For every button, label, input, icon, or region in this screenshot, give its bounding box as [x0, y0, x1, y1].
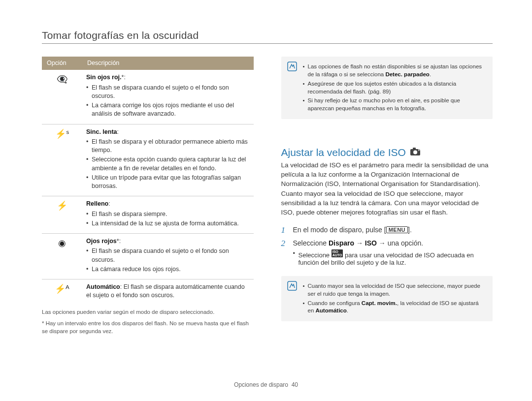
auto-flash-icon: ⚡ᴬ [42, 279, 82, 305]
svg-rect-5 [288, 281, 297, 290]
section-heading: Ajustar la velocidad de ISO P [281, 147, 493, 158]
list-item: Seleccione esta opción cuando quiera cap… [86, 155, 250, 173]
note-box: Las opciones de flash no están disponibl… [281, 57, 493, 119]
note-icon [287, 281, 297, 316]
list-item: Seleccione ISOAUTO para usar una velocid… [293, 249, 493, 266]
option-name: Relleno [86, 200, 108, 207]
option-name: Ojos rojos [86, 238, 117, 245]
list-item: Asegúrese de que los sujetos estén ubica… [303, 80, 486, 96]
step-2: 2 Seleccione Disparo → ISO → una opción.… [281, 239, 493, 267]
list-item: El flash se dispara y el obturador perma… [86, 138, 250, 155]
list-item: El flash se dispara cuando el sujeto o e… [86, 247, 250, 264]
table-row: ◉ Ojos rojos*: El flash se dispara cuand… [42, 234, 254, 279]
iso-auto-icon: ISOAUTO [332, 249, 343, 257]
slow-sync-icon: ⚡ˢ [42, 124, 82, 196]
svg-text:P: P [418, 149, 420, 152]
list-item: El flash se dispara siempre. [86, 210, 250, 218]
option-name: Sin ojos roj. [86, 74, 122, 81]
table-row: ⚡ˢ Sinc. lenta: El flash se dispara y el… [42, 124, 254, 196]
col-header-option: Opción [42, 57, 82, 70]
list-item: La cámara reduce los ojos rojos. [86, 265, 250, 274]
step-number: 2 [281, 239, 288, 267]
flash-options-table: Opción Descripción 👁️‍🗨️ Sin ojos roj.*:… [42, 57, 254, 305]
list-item: Cuanto mayor sea la velocidad de ISO que… [303, 282, 486, 298]
fill-flash-icon: ⚡ [42, 196, 82, 234]
table-row: ⚡ᴬ Automático: El flash se dispara autom… [42, 279, 254, 305]
page-title: Tomar fotografías en la oscuridad [42, 30, 493, 44]
list-item: Utilice un trípode para evitar que las f… [86, 174, 250, 191]
list-item: Cuando se configura Capt. movim., la vel… [303, 300, 486, 315]
option-name: Automático [86, 283, 120, 290]
list-item: Si hay reflejo de luz o mucho polvo en e… [303, 97, 486, 113]
redeye-icon: ◉ [42, 234, 82, 279]
list-item: Las opciones de flash no están disponibl… [303, 63, 486, 79]
note-box: Cuanto mayor sea la velocidad de ISO que… [281, 276, 493, 321]
step-1: 1 En el modo de disparo, pulse [MENU]. [281, 226, 493, 235]
section-body: La velocidad de ISO es el parámetro para… [281, 160, 493, 217]
svg-rect-0 [288, 62, 297, 71]
step-number: 1 [281, 226, 288, 235]
footnote: * Hay un intervalo entre los dos disparo… [42, 320, 254, 335]
note-icon [287, 62, 297, 114]
camera-mode-icon: P [410, 147, 421, 158]
svg-rect-2 [413, 148, 416, 150]
footnote: Las opciones pueden variar según el modo… [42, 308, 254, 316]
table-row: 👁️‍🗨️ Sin ojos roj.*: El flash se dispar… [42, 70, 254, 124]
redeye-fix-icon: 👁️‍🗨️ [42, 70, 82, 124]
option-name: Sinc. lenta [86, 128, 117, 135]
list-item: La intensidad de la luz se ajusta de for… [86, 219, 250, 228]
svg-point-3 [413, 150, 417, 154]
menu-button-label: MENU [386, 226, 408, 233]
list-item: El flash se dispara cuando el sujeto o e… [86, 84, 250, 101]
page-footer: Opciones de disparo 40 [0, 381, 532, 388]
table-row: ⚡ Relleno: El flash se dispara siempre. … [42, 196, 254, 234]
list-item: La cámara corrige los ojos rojos mediant… [86, 101, 250, 119]
col-header-description: Descripción [82, 57, 254, 70]
